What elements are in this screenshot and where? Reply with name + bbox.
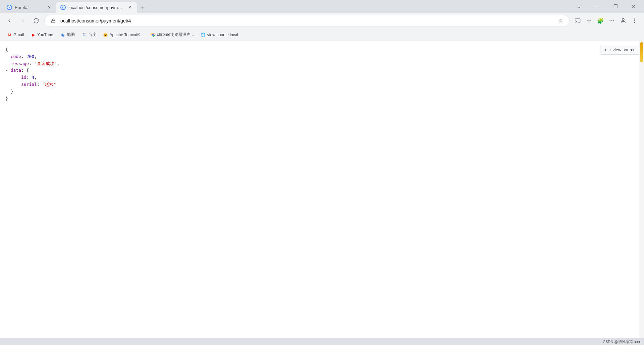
scrollbar[interactable] [639, 41, 644, 345]
bookmark-maps[interactable]: ◉ 地图 [57, 31, 77, 39]
profile-icon[interactable] [618, 15, 629, 26]
bookmark-star-icon[interactable]: ☆ [557, 17, 564, 24]
bookmark-youtube-label: YouTube [37, 33, 53, 37]
json-data-key: data [11, 68, 21, 73]
tab-eureka-title: Eureka [15, 5, 44, 10]
window-controls: ⌄ — ❐ ✕ [572, 0, 641, 13]
url-text: localhost/consumer/payment/get/4 [59, 18, 554, 23]
taskbar: CSDN @清风微凉 aaa [0, 338, 644, 345]
svg-rect-0 [52, 20, 55, 22]
view-source-button[interactable]: + + view source [600, 45, 640, 55]
title-bar: E Eureka ✕ L localhost/consumer/payment.… [0, 0, 644, 13]
json-open-brace: { [5, 46, 644, 53]
view-source-label: + view source [609, 47, 636, 52]
tab-eureka-close[interactable]: ✕ [46, 4, 52, 10]
youtube-favicon: ▶ [31, 32, 36, 38]
cast-icon[interactable] [572, 15, 583, 26]
url-bar[interactable]: localhost/consumer/payment/get/4 ☆ [44, 15, 570, 27]
url-action-icons: ☆ [557, 17, 564, 24]
json-serial-value: "赵六" [42, 82, 56, 87]
bookmark-youtube[interactable]: ▶ YouTube [28, 31, 56, 39]
tab-localhost[interactable]: L localhost/consumer/payment... ✕ [56, 2, 137, 13]
json-serial-line: serial: "赵六" [5, 81, 644, 88]
toolbar-icons: ☆ 🧩 [572, 15, 640, 26]
view-source-plus-icon: + [604, 47, 607, 52]
bookmarks-bar: M Gmail ▶ YouTube ◉ 地图 百 百度 🐱 Apache Tom… [0, 29, 644, 41]
bookmark-tomcat-label: Apache Tomcat®... [110, 33, 144, 37]
bookmark-view-source[interactable]: 🌐 view-source:local... [198, 31, 244, 39]
view-source-favicon: 🌐 [201, 32, 206, 38]
json-id-value: 4 [32, 75, 34, 80]
json-serial-key: serial [21, 82, 37, 87]
svg-point-4 [610, 20, 610, 21]
bookmark-tomcat[interactable]: 🐱 Apache Tomcat®... [100, 31, 146, 39]
tab-strip: E Eureka ✕ L localhost/consumer/payment.… [3, 0, 148, 13]
bookmark-view-source-label: view-source:local... [207, 33, 241, 37]
reload-button[interactable] [31, 15, 42, 26]
maximize-button[interactable]: ❐ [608, 0, 623, 13]
bookmark-gmail-label: Gmail [13, 33, 24, 37]
json-message-value: "查询成功" [34, 61, 57, 66]
new-tab-button[interactable]: + [138, 3, 148, 12]
taskbar-label: CSDN @清风微凉 aaa [603, 339, 640, 344]
baidu-favicon: 百 [82, 32, 87, 38]
json-message-key: message [11, 61, 29, 66]
json-code-line: code: 200, [5, 53, 644, 60]
svg-point-8 [634, 22, 635, 23]
json-content: { code: 200, message: "查询成功", - data: { … [0, 41, 644, 107]
bookmark-maps-label: 地图 [67, 32, 75, 38]
svg-point-2 [611, 20, 612, 21]
bookmark-baidu[interactable]: 百 百度 [79, 31, 99, 39]
tab-eureka[interactable]: E Eureka ✕ [3, 2, 56, 13]
json-message-line: message: "查询成功", [5, 60, 644, 67]
chrome-browser-favicon [150, 32, 156, 38]
lock-icon [50, 17, 57, 24]
address-bar: localhost/consumer/payment/get/4 ☆ ☆ 🧩 [0, 13, 644, 29]
chrome-menu-icon[interactable] [606, 15, 617, 26]
svg-point-3 [613, 20, 614, 21]
gmail-favicon: M [7, 32, 12, 38]
close-button[interactable]: ✕ [626, 0, 641, 13]
minimize-button[interactable]: — [590, 0, 605, 13]
scrollbar-thumb[interactable] [640, 42, 643, 62]
collapse-data-button[interactable]: - [5, 68, 8, 73]
extensions-icon[interactable]: 🧩 [595, 15, 606, 26]
tab-search-button[interactable]: ⌄ [572, 0, 587, 13]
back-button[interactable] [4, 15, 15, 26]
json-id-line: id: 4, [5, 74, 644, 81]
bookmark-baidu-label: 百度 [88, 32, 96, 38]
bookmark-chrome-browser[interactable]: chrome浏览器没声... [148, 31, 197, 39]
json-code-key: code [11, 54, 21, 59]
forward-button[interactable] [17, 15, 28, 26]
json-data-close: } [5, 88, 644, 95]
tomcat-favicon: 🐱 [103, 32, 108, 38]
maps-favicon: ◉ [60, 32, 65, 38]
bookmark-chrome-browser-label: chrome浏览器没声... [157, 32, 194, 38]
json-id-key: id [21, 75, 26, 80]
localhost-favicon: L [60, 5, 66, 10]
tab-localhost-title: localhost/consumer/payment... [68, 5, 124, 10]
eureka-favicon: E [7, 5, 12, 10]
bookmark-icon[interactable]: ☆ [584, 15, 594, 26]
json-data-line: - data: { [5, 67, 644, 74]
bookmark-gmail[interactable]: M Gmail [4, 31, 26, 39]
tab-localhost-close[interactable]: ✕ [127, 4, 133, 10]
page-content: + + view source { code: 200, message: "查… [0, 41, 644, 345]
svg-point-7 [634, 20, 635, 21]
svg-point-6 [634, 19, 635, 19]
svg-point-5 [622, 18, 624, 20]
more-menu-icon[interactable] [629, 15, 640, 26]
json-code-value: 200 [26, 54, 34, 59]
json-close-brace: } [5, 95, 644, 102]
